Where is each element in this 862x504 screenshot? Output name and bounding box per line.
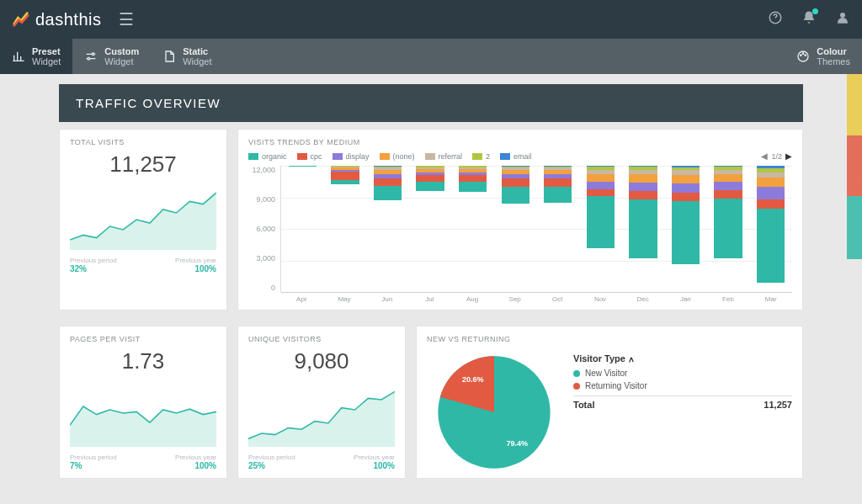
legend-item-email[interactable]: email [500,152,532,161]
card-title: UNIQUE VISITORS [248,335,395,343]
prev-period-value: 25% [248,461,265,470]
card-title: VISITS TRENDS BY MEDIUM [248,138,792,146]
svg-point-5 [801,55,801,56]
card-visits-by-medium: VISITS TRENDS BY MEDIUM organic cpc disp… [237,129,803,310]
legend-label: New Visitor [585,369,627,378]
bar-chart [280,166,792,292]
widget-toolbar: PresetWidget CustomWidget StaticWidget C… [0,39,862,74]
prev-year-label: Previous year [354,454,395,461]
legend-label: cpc [311,152,322,161]
brand-text: dashthis [35,10,102,29]
legend-label: Returning Visitor [585,381,647,390]
bar-chart-icon [12,50,25,63]
card-value: 1.73 [70,348,216,374]
tab-sublabel: Widget [32,56,61,66]
bar-dec[interactable] [622,166,665,292]
card-title: NEW VS RETURNING [427,335,792,343]
section-header: TRAFFIC OVERVIEW [59,84,803,122]
tab-sublabel: Themes [817,56,850,66]
prev-period-label: Previous period [70,257,117,264]
svg-point-1 [840,13,845,18]
prev-period-label: Previous period [70,454,117,461]
svg-point-6 [803,53,804,54]
legend-item-none[interactable]: (none) [380,152,415,161]
bar-sep[interactable] [494,166,537,292]
brand: dashthis [12,10,102,29]
section-title: TRAFFIC OVERVIEW [76,96,221,110]
card-title: PAGES PER VISIT [70,335,216,343]
dashboard-canvas: TRAFFIC OVERVIEW TOTAL VISITS 11,257 Pre… [0,74,862,504]
prev-year-value: 100% [194,264,216,273]
pie-slice-label-new: 79.4% [506,439,528,448]
chart-legend: organic cpc display (none) referral 2 em… [248,151,792,161]
y-axis: 12,0009,0006,0003,0000 [248,166,280,292]
chevron-left-icon[interactable]: ◀ [761,151,768,161]
bar-jul[interactable] [409,166,452,292]
bar-aug[interactable] [451,166,494,292]
legend-item-two[interactable]: 2 [472,152,490,161]
bar-mar[interactable] [749,166,792,292]
tab-custom-widget[interactable]: CustomWidget [72,39,151,74]
prev-year-value: 100% [194,461,216,470]
menu-icon[interactable]: ☰ [119,9,134,29]
bar-jun[interactable] [366,166,409,292]
legend-pager: ◀ 1/2 ▶ [761,151,792,161]
visitor-type-toggle[interactable]: Visitor Typeʌ [573,353,792,363]
legend-label: email [513,152,532,161]
svg-point-2 [93,53,95,56]
tab-label: Static [183,46,211,56]
tab-sublabel: Widget [183,56,211,66]
legend-label: organic [262,152,287,161]
card-total-visits: TOTAL VISITS 11,257 Previous periodPrevi… [59,129,227,310]
prev-period-label: Previous period [248,454,295,461]
tab-static-widget[interactable]: StaticWidget [151,39,223,74]
svg-point-7 [805,55,806,56]
help-icon[interactable] [768,10,783,29]
card-title: TOTAL VISITS [70,138,216,146]
note-icon [162,50,176,63]
legend-label: display [346,152,370,161]
card-new-vs-returning: NEW VS RETURNING 20.6% 79.4% Visitor Typ… [416,326,803,479]
bar-apr[interactable] [281,166,324,292]
bar-may[interactable] [324,166,367,292]
total-label: Total [573,400,594,410]
legend-item-referral[interactable]: referral [425,152,463,161]
bar-feb[interactable] [707,166,750,292]
logo-icon [12,10,30,29]
chevron-up-icon: ʌ [629,354,634,363]
topbar: dashthis ☰ [0,0,862,39]
tab-label: Preset [32,46,61,56]
profile-icon[interactable] [835,10,850,29]
legend-item-display[interactable]: display [333,152,370,161]
card-pages-per-visit: PAGES PER VISIT 1.73 Previous periodPrev… [59,326,227,479]
legend-item-organic[interactable]: organic [248,152,287,161]
sparkline-unique-visitors [248,379,395,447]
bar-jan[interactable] [664,166,707,292]
notifications-icon[interactable] [801,10,817,29]
card-value: 11,257 [70,151,216,178]
legend-label: 2 [486,152,490,161]
svg-point-3 [88,57,90,60]
prev-year-value: 100% [373,461,395,470]
prev-year-label: Previous year [175,454,216,461]
legend-item-cpc[interactable]: cpc [297,152,322,161]
bar-oct[interactable] [536,166,579,292]
legend-item-returning-visitor[interactable]: Returning Visitor [573,381,792,390]
tab-sublabel: Widget [104,56,139,66]
legend-label: referral [439,152,463,161]
sliders-icon [84,50,98,63]
legend-label: (none) [393,152,415,161]
chevron-right-icon[interactable]: ▶ [785,151,792,161]
card-unique-visitors: UNIQUE VISITORS 9,080 Previous periodPre… [237,326,406,479]
sparkline-total-visits [70,183,216,250]
legend-item-new-visitor[interactable]: New Visitor [573,369,792,378]
prev-year-label: Previous year [175,257,216,264]
card-value: 9,080 [248,348,395,374]
bar-nov[interactable] [579,166,622,292]
pie-chart: 20.6% 79.4% [435,353,553,471]
tab-preset-widget[interactable]: PresetWidget [0,39,72,74]
tab-colour-themes[interactable]: ColourThemes [785,39,862,74]
accent-strip [847,74,862,259]
pie-slice-label-returning: 20.6% [462,375,484,384]
total-value: 11,257 [764,400,792,410]
